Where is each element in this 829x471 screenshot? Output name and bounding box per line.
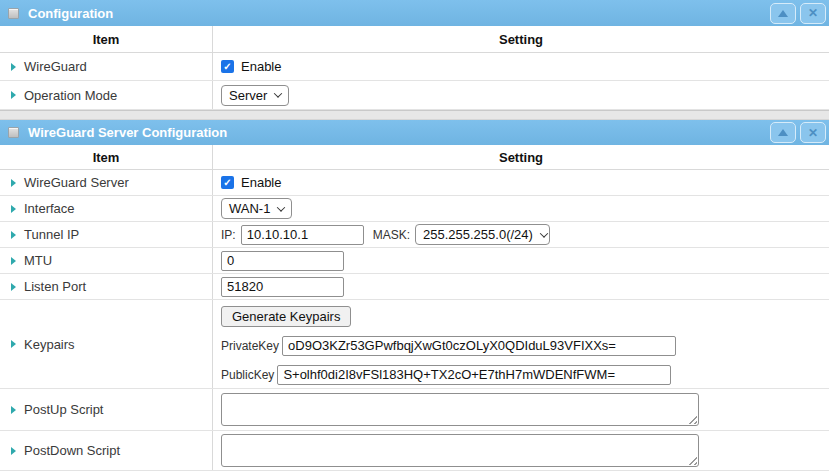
configuration-panel: Configuration ✕ Item Setting WireGuard ✓… (0, 0, 829, 110)
mtu-label: MTU (24, 253, 52, 268)
bullet-arrow-icon (11, 91, 16, 99)
privatekey-input[interactable] (282, 336, 676, 356)
listen-port-label: Listen Port (24, 279, 86, 294)
column-header-item: Item (0, 145, 213, 169)
close-button[interactable]: ✕ (800, 122, 826, 143)
check-icon: ✓ (223, 62, 231, 72)
server-panel-title: WireGuard Server Configuration (28, 125, 227, 140)
table-row-postdown-script: PostDown Script (0, 431, 829, 471)
check-icon: ✓ (223, 178, 231, 188)
close-icon: ✕ (808, 7, 818, 19)
postup-script-textarea[interactable] (221, 393, 699, 426)
interface-select[interactable]: WAN-1 (221, 198, 292, 219)
bullet-arrow-icon (11, 283, 16, 291)
ip-field-label: IP: (221, 228, 236, 242)
table-row-wireguard: WireGuard ✓ Enable (0, 53, 829, 81)
table-row-postup-script: PostUp Script (0, 389, 829, 431)
mtu-input[interactable] (221, 251, 344, 271)
panel-square-icon (8, 127, 19, 138)
wireguard-enable-label: Enable (241, 59, 281, 74)
close-button[interactable]: ✕ (800, 3, 826, 24)
wireguard-server-label: WireGuard Server (24, 175, 129, 190)
bullet-arrow-icon (11, 63, 16, 71)
table-header-row: Item Setting (0, 145, 829, 170)
postup-script-label: PostUp Script (24, 402, 103, 417)
interface-value: WAN-1 (229, 201, 270, 216)
bullet-arrow-icon (11, 406, 16, 414)
panel-divider (0, 110, 829, 120)
privatekey-label: PrivateKey (221, 339, 279, 353)
bullet-arrow-icon (11, 231, 16, 239)
collapse-arrow-icon (778, 129, 788, 136)
bullet-arrow-icon (11, 447, 16, 455)
mask-field-label: MASK: (373, 228, 410, 242)
collapse-button[interactable] (770, 3, 796, 24)
wireguard-enable-checkbox[interactable]: ✓ (221, 60, 234, 73)
mask-select[interactable]: 255.255.255.0(/24) (415, 224, 550, 245)
operation-mode-label: Operation Mode (24, 88, 117, 103)
panel-square-icon (8, 8, 19, 19)
header-buttons: ✕ (770, 122, 826, 143)
operation-mode-select[interactable]: Server (221, 85, 289, 106)
column-header-setting: Setting (213, 26, 829, 52)
configuration-panel-title: Configuration (28, 6, 113, 21)
wireguard-server-panel: WireGuard Server Configuration ✕ Item Se… (0, 120, 829, 471)
server-panel-header: WireGuard Server Configuration ✕ (0, 120, 829, 145)
table-header-row: Item Setting (0, 26, 829, 53)
table-row-wireguard-server: WireGuard Server ✓ Enable (0, 170, 829, 196)
server-enable-checkbox[interactable]: ✓ (221, 176, 234, 189)
bullet-arrow-icon (11, 179, 16, 187)
chevron-down-icon (540, 229, 548, 237)
chevron-down-icon (277, 203, 285, 211)
column-header-setting: Setting (213, 145, 829, 169)
column-header-item: Item (0, 26, 213, 52)
table-row-tunnel-ip: Tunnel IP IP: MASK: 255.255.255.0(/24) (0, 222, 829, 248)
table-row-listen-port: Listen Port (0, 274, 829, 300)
table-row-operation-mode: Operation Mode Server (0, 81, 829, 110)
tunnel-ip-input[interactable] (241, 225, 364, 245)
collapse-button[interactable] (770, 122, 796, 143)
table-row-mtu: MTU (0, 248, 829, 274)
close-icon: ✕ (808, 127, 818, 139)
collapse-arrow-icon (778, 10, 788, 17)
bullet-arrow-icon (11, 340, 16, 348)
server-enable-label: Enable (241, 175, 281, 190)
chevron-down-icon (274, 89, 282, 97)
table-row-keypairs: Keypairs Generate Keypairs PrivateKey Pu… (0, 300, 829, 389)
interface-label: Interface (24, 201, 75, 216)
bullet-arrow-icon (11, 205, 16, 213)
publickey-input[interactable] (277, 365, 671, 385)
keypairs-label: Keypairs (24, 337, 75, 352)
postdown-script-textarea[interactable] (221, 434, 699, 467)
table-row-interface: Interface WAN-1 (0, 196, 829, 222)
tunnel-ip-label: Tunnel IP (24, 227, 79, 242)
mask-value: 255.255.255.0(/24) (423, 227, 533, 242)
configuration-panel-header: Configuration ✕ (0, 0, 829, 26)
header-buttons: ✕ (770, 3, 826, 24)
wireguard-label: WireGuard (24, 59, 87, 74)
publickey-label: PublicKey (221, 368, 274, 382)
listen-port-input[interactable] (221, 277, 344, 297)
postdown-script-label: PostDown Script (24, 443, 120, 458)
operation-mode-value: Server (229, 88, 267, 103)
bullet-arrow-icon (11, 257, 16, 265)
generate-keypairs-button[interactable]: Generate Keypairs (221, 306, 351, 327)
